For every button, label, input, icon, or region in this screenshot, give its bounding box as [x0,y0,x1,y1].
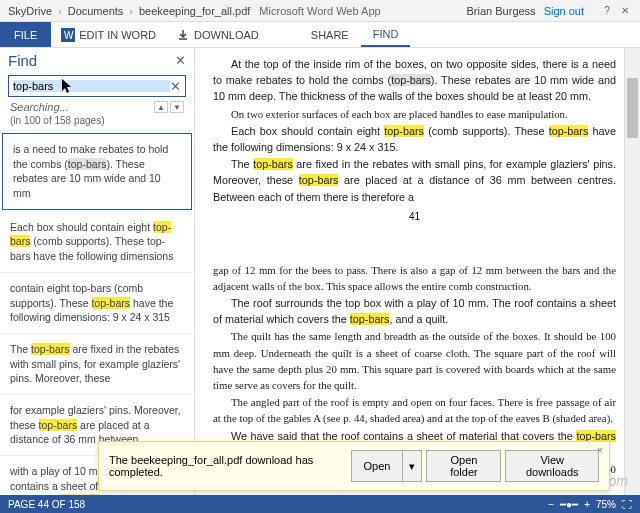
app-title: Microsoft Word Web App [259,5,380,17]
find-result-item[interactable]: contain eight top-bars (comb supports). … [0,273,194,334]
edit-in-word-button[interactable]: W EDIT IN WORD [51,22,166,47]
sign-out-link[interactable]: Sign out [544,5,584,17]
find-result-item[interactable]: Each box should contain eight top-bars (… [0,212,194,273]
next-result-button[interactable]: ▼ [170,101,184,113]
find-title: Find [8,52,37,69]
cursor-icon [61,78,73,94]
page-number: 41 [213,211,616,222]
notification-message: The beekeeping_for_all.pdf download has … [109,454,351,478]
file-tab[interactable]: FILE [0,22,51,47]
prev-result-button[interactable]: ▲ [154,101,168,113]
close-icon[interactable]: ✕ [618,4,632,18]
status-bar: PAGE 44 OF 158 − ━●━ + 75% ⛶ [0,495,640,513]
zoom-in-button[interactable]: + [584,499,590,510]
close-find-icon[interactable]: ✕ [175,53,186,68]
word-icon: W [61,28,75,42]
breadcrumb-root[interactable]: SkyDrive [8,5,52,17]
breadcrumb-file[interactable]: beekeeping_for_all.pdf [139,5,250,17]
close-notification-icon[interactable]: × [597,444,603,456]
download-button[interactable]: DOWNLOAD [166,22,269,47]
clear-search-icon[interactable]: ✕ [170,79,181,94]
document-view[interactable]: At the top of the inside rim of the boxe… [195,48,640,495]
find-input-container: ✕ [8,75,186,97]
user-name[interactable]: Brian Burgess [467,5,536,17]
download-icon [176,28,190,42]
scrollbar[interactable] [624,48,640,495]
chevron-right-icon: › [129,5,133,17]
download-notification: × The beekeeping_for_all.pdf download ha… [98,441,610,491]
fullscreen-icon[interactable]: ⛶ [622,499,632,510]
zoom-slider[interactable]: ━●━ [560,499,578,510]
open-dropdown-button[interactable]: ▾ [402,450,422,482]
find-input[interactable] [13,80,170,92]
find-result-item[interactable]: The top-bars are fixed in the rebates wi… [0,334,194,395]
ribbon: FILE W EDIT IN WORD DOWNLOAD SHARE FIND [0,22,640,48]
find-result-item[interactable]: is a need to make rebates to hold the co… [2,133,192,210]
help-icon[interactable]: ? [600,4,614,18]
find-status: Searching... [10,101,69,113]
scrollbar-thumb[interactable] [627,78,638,138]
breadcrumb-bar: SkyDrive › Documents › beekeeping_for_al… [0,0,640,22]
zoom-level[interactable]: 75% [596,499,616,510]
zoom-out-button[interactable]: − [548,499,554,510]
chevron-right-icon: › [58,5,62,17]
open-folder-button[interactable]: Open folder [426,450,501,482]
page-indicator[interactable]: PAGE 44 OF 158 [8,499,85,510]
svg-text:W: W [64,30,74,41]
breadcrumb-folder[interactable]: Documents [68,5,124,17]
find-tab[interactable]: FIND [361,22,411,47]
view-downloads-button[interactable]: View downloads [505,450,599,482]
find-pane: Find ✕ ✕ Searching... ▲ ▼ (in 100 of 158… [0,48,195,495]
find-count: (in 100 of 158 pages) [0,115,194,130]
open-button[interactable]: Open [351,450,403,482]
share-tab[interactable]: SHARE [299,22,361,47]
